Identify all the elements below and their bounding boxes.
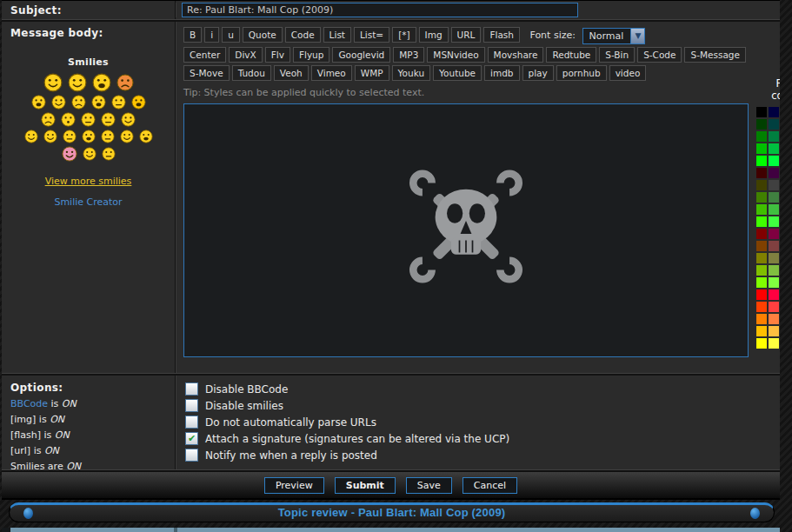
colour-swatch[interactable]	[756, 277, 767, 288]
bbcode-youtube-button[interactable]: Youtube	[433, 65, 482, 81]
colour-swatch[interactable]	[769, 302, 779, 312]
smilie[interactable]	[102, 147, 116, 161]
subject-input[interactable]	[182, 3, 578, 17]
bbcode-redtube-button[interactable]: Redtube	[546, 47, 596, 63]
bbcode-smove-button[interactable]: S-Move	[183, 65, 230, 81]
smilie[interactable]	[31, 95, 46, 110]
bbcode-video-button[interactable]: video	[609, 65, 647, 81]
bbcode-youku-button[interactable]: Youku	[392, 65, 431, 81]
checkbox-checked[interactable]	[185, 432, 198, 445]
smilie[interactable]	[82, 130, 96, 143]
bbcode-pornhub-button[interactable]: pornhub	[556, 65, 607, 81]
bbcode-googlevid-button[interactable]: Googlevid	[332, 47, 390, 63]
bbcode-flyup-button[interactable]: Flyup	[293, 47, 330, 63]
smilie[interactable]	[51, 95, 66, 110]
bbcode--button[interactable]: [*]	[392, 27, 416, 43]
bbcode-img-button[interactable]: Img	[419, 27, 449, 43]
colour-swatch[interactable]	[756, 302, 767, 312]
view-more-smilies-link[interactable]: View more smilies	[2, 176, 175, 187]
bbcode-scode-button[interactable]: S-Code	[637, 47, 682, 63]
colour-swatch[interactable]	[769, 277, 779, 288]
bbcode-flash-button[interactable]: Flash	[483, 27, 520, 43]
colour-swatch[interactable]	[756, 119, 767, 130]
cancel-button[interactable]: Cancel	[463, 477, 517, 494]
colour-swatch[interactable]	[756, 265, 767, 276]
bbcode-url-button[interactable]: URL	[451, 27, 482, 43]
colour-swatch[interactable]	[769, 229, 779, 239]
bbcode-i-button[interactable]: i	[204, 27, 219, 43]
colour-swatch[interactable]	[769, 168, 779, 178]
colour-swatch[interactable]	[756, 326, 767, 336]
bbcode-tudou-button[interactable]: Tudou	[232, 65, 271, 81]
bbcode-play-button[interactable]: play	[522, 65, 554, 81]
bbcode-mp3-button[interactable]: MP3	[393, 47, 424, 63]
checkbox[interactable]	[185, 449, 198, 462]
bbcode-veoh-button[interactable]: Veoh	[274, 65, 309, 81]
bbcode-divx-button[interactable]: DivX	[229, 47, 262, 63]
preview-button[interactable]: Preview	[264, 477, 324, 494]
colour-swatch[interactable]	[756, 107, 767, 117]
colour-swatch[interactable]	[756, 229, 767, 239]
message-textarea[interactable]	[184, 104, 748, 356]
colour-swatch[interactable]	[769, 265, 779, 276]
colour-swatch[interactable]	[769, 253, 779, 263]
colour-swatch[interactable]	[756, 314, 767, 324]
smilie[interactable]	[43, 130, 57, 143]
colour-swatch[interactable]	[769, 143, 779, 154]
smilie-creator-link[interactable]: Smilie Creator	[2, 196, 175, 208]
colour-swatch[interactable]	[756, 192, 767, 203]
colour-swatch[interactable]	[769, 326, 779, 336]
colour-swatch[interactable]	[756, 241, 767, 251]
colour-swatch[interactable]	[756, 168, 767, 178]
font-size-select[interactable]: Normal ▼	[582, 28, 645, 44]
smilie[interactable]	[63, 130, 77, 143]
smilie[interactable]	[24, 130, 38, 143]
smilie[interactable]	[68, 73, 87, 92]
smilie[interactable]	[116, 74, 134, 91]
checkbox[interactable]	[185, 382, 198, 396]
colour-swatch[interactable]	[756, 204, 767, 215]
colour-swatch[interactable]	[769, 314, 779, 324]
smilie[interactable]	[139, 130, 153, 143]
smilie[interactable]	[131, 95, 146, 110]
bbcode-list-button[interactable]: List	[323, 27, 351, 43]
bbcode-imdb-button[interactable]: imdb	[484, 65, 519, 81]
colour-swatch[interactable]	[769, 216, 779, 227]
colour-swatch[interactable]	[769, 107, 779, 117]
smilie[interactable]	[71, 95, 86, 110]
bbcode-center-button[interactable]: Center	[183, 47, 226, 63]
bbcode-code-button[interactable]: Code	[285, 27, 321, 43]
colour-swatch[interactable]	[769, 131, 779, 142]
smilie[interactable]	[41, 112, 56, 127]
save-button[interactable]: Save	[406, 477, 452, 494]
smilie[interactable]	[61, 112, 76, 127]
colour-swatch[interactable]	[756, 338, 767, 349]
bbcode-movshare-button[interactable]: Movshare	[488, 47, 544, 63]
colour-swatch[interactable]	[769, 338, 779, 349]
colour-swatch[interactable]	[756, 253, 767, 263]
bbcode-b-button[interactable]: B	[183, 27, 202, 43]
smilie[interactable]	[101, 112, 116, 127]
checkbox[interactable]	[185, 416, 198, 429]
colour-swatch[interactable]	[756, 131, 767, 142]
colour-swatch[interactable]	[769, 192, 779, 203]
colour-swatch[interactable]	[756, 289, 767, 300]
colour-swatch[interactable]	[769, 180, 779, 190]
smilie[interactable]	[92, 73, 111, 92]
bbcode-wmp-button[interactable]: WMP	[355, 65, 389, 81]
smilie[interactable]	[81, 112, 96, 127]
bbcode-quote-button[interactable]: Quote	[243, 27, 283, 43]
smilie[interactable]	[111, 95, 126, 110]
colour-swatch[interactable]	[769, 156, 779, 166]
smilie[interactable]	[62, 146, 77, 162]
bbcode-smessage-button[interactable]: S-Message	[684, 47, 745, 63]
smilie[interactable]	[83, 147, 97, 161]
colour-swatch[interactable]	[769, 241, 779, 251]
smilie[interactable]	[121, 112, 136, 127]
bbcode-flv-button[interactable]: Flv	[265, 47, 290, 63]
smilie[interactable]	[91, 95, 106, 110]
colour-swatch[interactable]	[769, 119, 779, 130]
colour-swatch[interactable]	[756, 156, 767, 166]
smilie[interactable]	[101, 130, 115, 143]
bbcode-link[interactable]: BBCode	[10, 398, 48, 409]
